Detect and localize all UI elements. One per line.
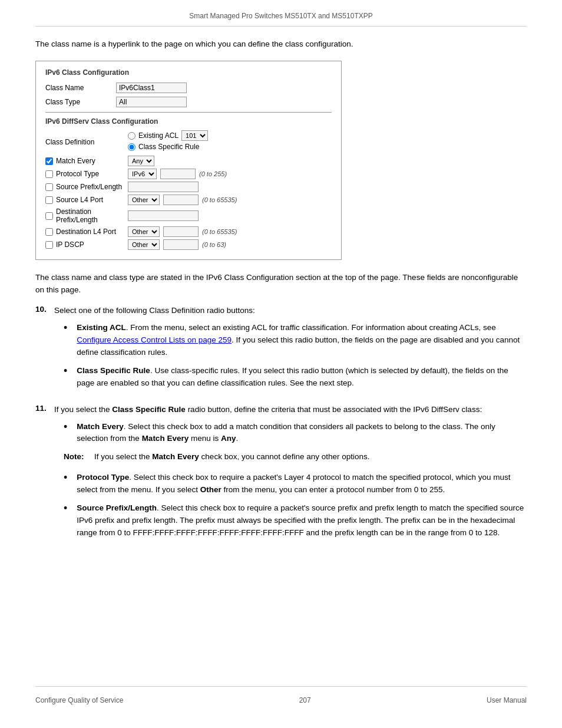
ip-dscp-controls: Other (0 to 63) bbox=[128, 239, 226, 250]
match-every-checkbox[interactable] bbox=[45, 157, 53, 165]
diffserv-section-title: IPv6 DiffServ Class Configuration bbox=[45, 117, 332, 126]
dest-prefix-checkbox[interactable] bbox=[45, 212, 53, 220]
note-label: Note: bbox=[64, 451, 90, 463]
source-l4-controls: Other (0 to 65535) bbox=[128, 195, 237, 205]
step-10: 10. Select one of the following Class De… bbox=[35, 305, 527, 396]
section-divider-1 bbox=[45, 112, 332, 113]
existing-acl-label: Existing ACL bbox=[138, 131, 178, 140]
step-11-bullets: Match Every. Select this check box to ad… bbox=[64, 421, 527, 446]
page-header: Smart Managed Pro Switches MS510TX and M… bbox=[35, 12, 527, 27]
class-type-row: Class Type bbox=[45, 97, 332, 107]
dest-l4-select[interactable]: Other bbox=[128, 226, 160, 237]
ip-dscp-label-wrapper: IP DSCP bbox=[45, 241, 128, 249]
source-l4-range: (0 to 65535) bbox=[202, 196, 237, 203]
class-definition-label: Class Definition bbox=[45, 138, 128, 146]
protocol-type-label: Protocol Type bbox=[56, 170, 99, 178]
footer-left: Configure Quality of Service bbox=[35, 696, 123, 704]
dest-l4-row: Destination L4 Port Other (0 to 65535) bbox=[45, 226, 332, 237]
class-specific-radio[interactable] bbox=[128, 143, 135, 151]
dest-l4-checkbox[interactable] bbox=[45, 228, 53, 236]
step-11-bullet-1-text: Match Every. Select this check box to ad… bbox=[77, 421, 527, 446]
class-name-value-wrapper bbox=[116, 83, 187, 93]
ip-dscp-checkbox[interactable] bbox=[45, 241, 53, 249]
class-name-row: Class Name bbox=[45, 83, 332, 93]
step-10-bullets: Existing ACL. From the menu, select an e… bbox=[64, 322, 527, 390]
ip-dscp-row: IP DSCP Other (0 to 63) bbox=[45, 239, 332, 250]
config-box: IPv6 Class Configuration Class Name Clas… bbox=[35, 61, 342, 260]
source-l4-select[interactable]: Other bbox=[128, 195, 160, 205]
dest-prefix-label: Destination Prefix/Length bbox=[56, 207, 128, 224]
protocol-type-select[interactable]: IPv6 bbox=[128, 169, 157, 179]
source-prefix-row: Source Prefix/Length bbox=[45, 182, 332, 192]
step-10-bullet-1-text: Existing ACL. From the menu, select an e… bbox=[77, 322, 527, 359]
source-l4-checkbox-row: Source L4 Port bbox=[45, 196, 103, 204]
header-title: Smart Managed Pro Switches MS510TX and M… bbox=[189, 12, 372, 20]
dest-prefix-checkbox-row: Destination Prefix/Length bbox=[45, 207, 128, 224]
protocol-type-label-wrapper: Protocol Type bbox=[45, 170, 128, 178]
ip-dscp-label: IP DSCP bbox=[56, 241, 84, 249]
ip-dscp-range: (0 to 63) bbox=[202, 241, 226, 248]
match-every-checkbox-row: Match Every bbox=[45, 157, 95, 165]
dest-l4-label: Destination L4 Port bbox=[56, 228, 116, 236]
note-text: If you select the Match Every check box,… bbox=[94, 451, 370, 463]
step-11: 11. If you select the Class Specific Rul… bbox=[35, 404, 527, 545]
source-l4-label: Source L4 Port bbox=[56, 196, 103, 204]
dest-l4-label-wrapper: Destination L4 Port bbox=[45, 228, 128, 236]
note-box: Note: If you select the Match Every chec… bbox=[64, 451, 527, 463]
ip-dscp-checkbox-row: IP DSCP bbox=[45, 241, 84, 249]
source-l4-row: Source L4 Port Other (0 to 65535) bbox=[45, 195, 332, 205]
footer-center: 207 bbox=[299, 696, 311, 704]
source-prefix-controls bbox=[128, 182, 199, 192]
protocol-type-input[interactable] bbox=[160, 169, 196, 179]
dest-prefix-controls bbox=[128, 210, 199, 221]
intro-paragraph: The class name is a hyperlink to the pag… bbox=[35, 38, 527, 50]
existing-acl-select[interactable]: 101 bbox=[181, 130, 208, 141]
step-10-text: Select one of the following Class Defini… bbox=[54, 306, 255, 315]
step-11-bullet-3: Source Prefix/Length. Select this check … bbox=[64, 502, 527, 539]
match-every-select[interactable]: Any bbox=[128, 156, 154, 166]
dest-prefix-input[interactable] bbox=[128, 210, 199, 221]
dest-prefix-label-wrapper: Destination Prefix/Length bbox=[45, 207, 128, 224]
acl-link[interactable]: Configure Access Control Lists on page 2… bbox=[77, 335, 232, 344]
existing-acl-radio-row: Existing ACL 101 bbox=[128, 130, 208, 141]
step-11-text: If you select the Class Specific Rule ra… bbox=[54, 405, 482, 414]
protocol-type-row: Protocol Type IPv6 (0 to 255) bbox=[45, 169, 332, 179]
step-10-bullet-2: Class Specific Rule. Use class-specific … bbox=[64, 365, 527, 390]
dest-prefix-row: Destination Prefix/Length bbox=[45, 207, 332, 224]
existing-acl-radio[interactable] bbox=[128, 132, 135, 140]
source-prefix-label-wrapper: Source Prefix/Length bbox=[45, 183, 128, 191]
class-type-input[interactable] bbox=[116, 97, 187, 107]
match-every-row: Match Every Any bbox=[45, 156, 332, 166]
class-definition-row: Class Definition Existing ACL 101 Class … bbox=[45, 130, 332, 153]
source-l4-checkbox[interactable] bbox=[45, 196, 53, 204]
class-def-controls: Existing ACL 101 Class Specific Rule bbox=[128, 130, 208, 153]
class-name-input[interactable] bbox=[116, 83, 187, 93]
step-10-num: 10. bbox=[35, 305, 49, 396]
config-box-title: IPv6 Class Configuration bbox=[45, 68, 332, 77]
footer-right: User Manual bbox=[487, 696, 527, 704]
protocol-type-checkbox[interactable] bbox=[45, 170, 53, 178]
class-specific-radio-row: Class Specific Rule bbox=[128, 143, 208, 151]
source-prefix-input[interactable] bbox=[128, 182, 199, 192]
step-11-num: 11. bbox=[35, 404, 49, 545]
dest-l4-range: (0 to 65535) bbox=[202, 228, 237, 235]
step-11-bullets2: Protocol Type. Select this check box to … bbox=[64, 472, 527, 539]
ip-dscp-input[interactable] bbox=[163, 239, 199, 250]
match-every-label-wrapper: Match Every bbox=[45, 157, 128, 165]
body-text-1: The class name and class type are stated… bbox=[35, 272, 527, 297]
step-10-bullet-2-text: Class Specific Rule. Use class-specific … bbox=[77, 365, 527, 390]
step-11-bullet-3-text: Source Prefix/Length. Select this check … bbox=[77, 502, 527, 539]
match-every-label: Match Every bbox=[56, 157, 95, 165]
step-11-bullet-2: Protocol Type. Select this check box to … bbox=[64, 472, 527, 496]
page-footer: Configure Quality of Service 207 User Ma… bbox=[35, 686, 527, 704]
protocol-type-controls: IPv6 (0 to 255) bbox=[128, 169, 227, 179]
step-11-bullet-2-text: Protocol Type. Select this check box to … bbox=[77, 472, 527, 496]
source-prefix-checkbox[interactable] bbox=[45, 183, 53, 191]
protocol-type-checkbox-row: Protocol Type bbox=[45, 170, 99, 178]
ip-dscp-select[interactable]: Other bbox=[128, 239, 160, 250]
source-prefix-label: Source Prefix/Length bbox=[56, 183, 122, 191]
dest-l4-input[interactable] bbox=[163, 226, 199, 237]
step-10-bullet-1: Existing ACL. From the menu, select an e… bbox=[64, 322, 527, 359]
source-l4-input[interactable] bbox=[163, 195, 199, 205]
dest-l4-controls: Other (0 to 65535) bbox=[128, 226, 237, 237]
